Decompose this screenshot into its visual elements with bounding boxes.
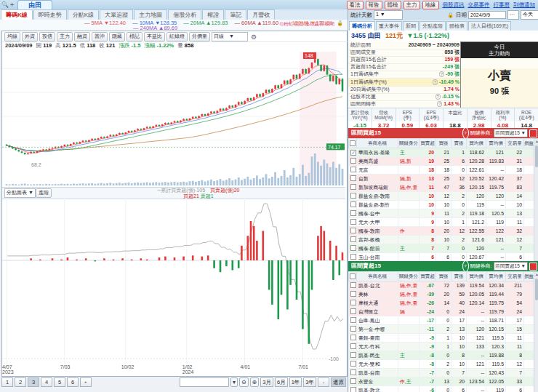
dropdown-arrow-icon[interactable]: ▾ [230,377,238,387]
broker-name[interactable]: 新加坡商瑞銀 [357,183,398,192]
add-tab-icon[interactable]: ＋ [9,0,15,9]
broker-name[interactable]: 凱基-台北 [357,281,398,290]
titlebar-button-3[interactable]: 主力 [404,1,420,9]
broker-name[interactable]: 台灣匯立 [357,308,398,316]
row-checkbox[interactable] [350,201,356,207]
search-icon[interactable]: 🔍 [1,1,9,8]
row-checkbox[interactable] [350,193,356,199]
row-checkbox[interactable] [350,369,356,375]
chart-tool-9[interactable]: 紅綠燈 [166,32,188,41]
right-tab-4[interactable]: 體檢表 [446,21,467,31]
info-icon[interactable] [529,263,537,271]
row-checkbox[interactable] [350,326,356,332]
broker-name[interactable]: 國泰-館前 [357,244,398,253]
sell-row-1[interactable]: 美林隔,作,量-392059120.05119.4479-7 [349,290,538,299]
right-tab-1[interactable]: 重大事件 [376,21,402,31]
broker-name[interactable]: 元富 [357,166,398,175]
broker-name[interactable]: 國泰-敦南 [357,227,398,236]
broker-name[interactable]: 華南永昌-基隆 [357,148,398,157]
broker-name[interactable]: 凱基-台南 [357,369,398,377]
broker-name[interactable]: 凱基-民生 [357,351,398,360]
page-button-6[interactable]: 6 [67,377,79,387]
row-checkbox[interactable] [350,282,356,288]
row-checkbox[interactable] [350,158,356,164]
buy-row-6[interactable]: 群益金鼎-新竹10100119--102 [349,201,538,209]
tab-5[interactable]: 個股分析 [168,9,201,20]
row-checkbox[interactable] [350,219,356,225]
sell-row-9[interactable]: 元大-雙和-8210121119.512-2 [349,360,538,369]
row-checkbox[interactable]: ✓ [350,150,356,156]
question-icon[interactable]: ? [435,94,441,100]
page-button-1[interactable]: 1 [1,377,13,387]
scroll-up-icon[interactable]: ▲ [534,272,538,277]
broker-name[interactable]: 美林 [357,290,398,299]
period-select[interactable]: 日線 ▼ [212,32,248,41]
tab-8[interactable]: 月營收 [247,9,275,20]
right-tab-3[interactable]: 分點進階 [419,21,446,31]
tab-2[interactable]: 分點K線 [68,9,99,20]
row-checkbox[interactable] [350,308,356,314]
buy-row-9[interactable]: 國泰-敦南作82012122.5512232-2 [349,227,538,236]
col-6[interactable]: 賣均價 [486,139,506,148]
sell-row-0[interactable]: 凱基-台北隔,作,量-6772139119.54120.342111 [349,281,538,290]
page-button-4[interactable]: 4 [41,377,52,387]
buy-scrollbar[interactable]: ▲ [534,138,538,261]
question-icon[interactable]: ? [462,127,469,139]
question-icon[interactable]: ? [437,101,442,107]
sell-row-3[interactable]: 台灣匯立隔-24024--119.7924-3 [349,308,538,316]
sell-row-10[interactable]: 凱基-台南-707--120.4370 [349,369,538,377]
sell-row-12[interactable]: 凱基-敦北-606--1196-2 [349,386,538,392]
broker-name[interactable]: 玉山-台南 [357,253,398,262]
buy-row-2[interactable]: 元富18180122.61--18-3 [349,166,538,175]
sell-row-5[interactable]: 第一金-中壢-11213120120.1515-1 [349,325,538,334]
tab-0[interactable]: 籌碼K線 [1,9,33,20]
stock-tab[interactable]: 由田 [17,0,52,9]
buy-row-11[interactable]: 國泰-館前主770120--71 [349,244,538,253]
buy-row-8[interactable]: 元大-大甲9101121.2119110 [349,218,538,227]
broker-name[interactable]: 國泰-台中 [357,209,398,218]
sell-row-7[interactable]: 元大-竹科-9110133120.311-2 [349,343,538,351]
broker-name[interactable]: 群益金鼎-敦南 [357,192,398,201]
col-0[interactable]: 券商名稱 [357,139,398,148]
row-checkbox[interactable] [350,335,356,340]
row-checkbox[interactable] [350,343,356,349]
candlestick-chart[interactable]: 74.1714868.2 [2,50,345,187]
scroll-thumb[interactable] [535,279,538,300]
buy-row-4[interactable]: 新加坡商瑞銀隔,作,量114736120.15119.75830 [349,183,538,192]
buy-row-3[interactable]: 台新隔,新132512120.52120.42370 [349,175,538,183]
row-checkbox[interactable] [350,378,356,384]
page-button-5[interactable]: 5 [54,377,65,387]
range-button-3[interactable]: 3年 [303,377,316,387]
question-icon[interactable]: ? [439,71,444,77]
tab-1[interactable]: 即時走勢 [33,9,67,20]
gear-icon[interactable]: ⚙ [251,33,257,41]
chart-tool-1[interactable]: 外資 [22,32,38,41]
row-checkbox[interactable] [350,245,356,251]
sell-row-11[interactable]: 永豐金作,主-71320123.54122.0533-1 [349,377,538,386]
lock-icon[interactable]: 🔒 [447,12,454,18]
col-5[interactable]: 買均價 [467,272,486,281]
row-checkbox[interactable] [350,387,356,392]
scroll-thumb[interactable] [535,145,538,167]
broker-name[interactable]: 台新 [357,175,398,183]
range-button-4[interactable]: - [318,377,329,387]
sell-row-2[interactable]: 摩根大通隔,作,量-261440120.14119.7554-4 [349,299,538,308]
col-2[interactable]: 買賣超 [419,272,436,281]
zoom-in-icon[interactable]: ⊕ [250,377,260,387]
buy-row-7[interactable]: 國泰-台中9112119.18120.5132 [349,209,538,218]
range-button-0[interactable]: 3月 [260,377,273,387]
right-tab-0[interactable]: 籌碼分析 [349,21,375,31]
range-button-2[interactable]: 1年 [289,377,302,387]
broker-name[interactable]: 群益金鼎-新竹 [357,201,398,209]
tab-4[interactable]: 主力地圖 [134,9,167,20]
row-checkbox[interactable] [350,175,356,181]
broker-name[interactable]: 富邦-板橋 [357,236,398,244]
col-2[interactable]: 買賣超 [419,139,436,148]
broker-name[interactable]: 合庫-鳳山 [357,316,398,325]
col-3[interactable]: 買張 [436,272,451,281]
col-4[interactable]: 賣張 [451,139,467,148]
chart-tool-5[interactable]: 當沖 [92,32,108,41]
range-button-1[interactable]: 6月 [275,377,288,387]
titlebar-link-2[interactable]: 行事曆 [494,1,510,9]
col-4[interactable]: 賣張 [451,272,467,281]
